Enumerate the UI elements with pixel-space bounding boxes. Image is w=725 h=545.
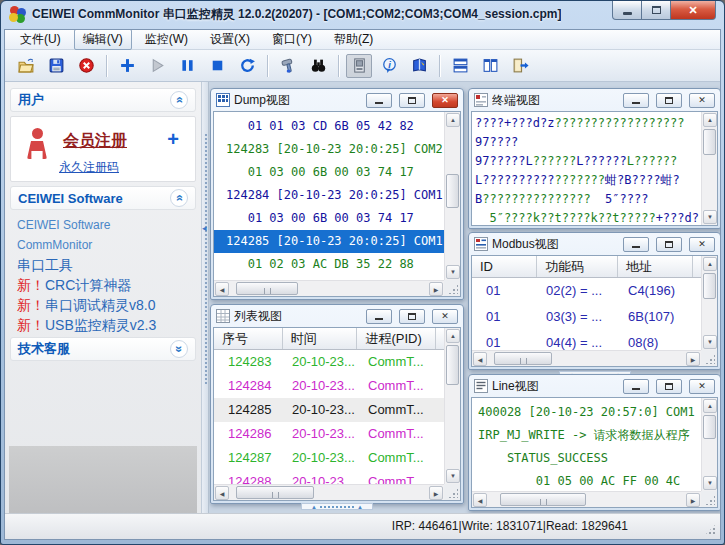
minimize-button[interactable] bbox=[623, 379, 649, 394]
scroll-left-icon[interactable]: ◀ bbox=[473, 493, 487, 507]
close-button[interactable]: ✕ bbox=[670, 1, 716, 20]
tile-horizontal-button[interactable] bbox=[447, 54, 473, 78]
list-bottom-splitter[interactable]: ▲▲ bbox=[301, 503, 373, 510]
maximize-button[interactable] bbox=[656, 379, 682, 394]
modbus-row[interactable]: 01 02(2) = ... C4(196) bbox=[472, 278, 701, 304]
device-monitor-button[interactable] bbox=[346, 54, 372, 78]
close-button[interactable]: ✕ bbox=[432, 309, 458, 324]
link-crc-calculator[interactable]: 新！CRC计算神器 bbox=[17, 275, 189, 295]
vertical-scrollbar[interactable]: ▲ ▼ bbox=[701, 398, 717, 491]
expand-down-icon[interactable]: » bbox=[170, 340, 188, 358]
resize-grip[interactable] bbox=[444, 280, 460, 296]
scroll-up-icon[interactable]: ▲ bbox=[703, 113, 717, 127]
maximize-button[interactable] bbox=[656, 237, 682, 252]
scrollbar-thumb[interactable] bbox=[703, 129, 716, 155]
maximize-button[interactable] bbox=[399, 309, 425, 324]
column-header-address[interactable]: 地址 bbox=[618, 256, 693, 277]
column-header-process[interactable]: 进程(PID) bbox=[357, 328, 436, 349]
minimize-button[interactable] bbox=[366, 93, 392, 108]
link-usb-monitor[interactable]: 新！USB监控精灵v2.3 bbox=[17, 315, 189, 335]
vertical-scrollbar[interactable]: ▲ ▼ bbox=[701, 256, 717, 350]
resize-grip[interactable] bbox=[701, 350, 717, 366]
scroll-up-icon[interactable]: ▲ bbox=[446, 329, 460, 343]
scrollbar-thumb[interactable] bbox=[703, 415, 716, 439]
scroll-up-icon[interactable]: ▲ bbox=[703, 399, 717, 413]
modbus-view-titlebar[interactable]: Modbus视图 ✕ bbox=[469, 233, 720, 255]
vertical-scrollbar[interactable]: ▲ ▼ bbox=[444, 328, 460, 484]
help-button[interactable] bbox=[406, 54, 432, 78]
menu-edit[interactable]: 编辑(V) bbox=[74, 29, 132, 50]
open-file-button[interactable] bbox=[13, 54, 39, 78]
horizontal-scrollbar[interactable]: ◀ ▶ bbox=[214, 280, 444, 296]
close-button[interactable]: ✕ bbox=[689, 93, 715, 108]
dump-view-titlebar[interactable]: Dump视图 ✕ bbox=[211, 89, 463, 111]
tools-button[interactable] bbox=[275, 54, 301, 78]
maximize-button[interactable] bbox=[642, 1, 670, 20]
collapse-up-icon[interactable]: » bbox=[170, 189, 188, 207]
line-view-titlebar[interactable]: Line视图 ✕ bbox=[469, 375, 720, 397]
scroll-right-icon[interactable]: ▶ bbox=[686, 493, 700, 507]
modbus-row[interactable]: 01 04(4) = ... 08(8) bbox=[472, 330, 701, 350]
terminal-view-titlebar[interactable]: 终端视图 ✕ bbox=[469, 89, 720, 111]
plus-icon[interactable]: + bbox=[167, 129, 179, 149]
scrollbar-thumb[interactable] bbox=[703, 273, 716, 299]
scroll-up-icon[interactable]: ▲ bbox=[703, 257, 717, 271]
scroll-right-icon[interactable]: ▶ bbox=[429, 282, 443, 296]
menu-file[interactable]: 文件(U) bbox=[11, 29, 70, 50]
scroll-down-icon[interactable]: ▼ bbox=[703, 335, 717, 349]
scrollbar-thumb[interactable] bbox=[446, 345, 459, 385]
menu-monitor[interactable]: 监控(W) bbox=[136, 29, 197, 50]
list-view-titlebar[interactable]: 列表视图 ✕ bbox=[211, 305, 463, 327]
list-row[interactable]: 124284 20-10-23... CommT... bbox=[214, 374, 444, 398]
scrollbar-thumb[interactable] bbox=[446, 174, 459, 208]
maximize-button[interactable] bbox=[656, 93, 682, 108]
close-button[interactable]: ✕ bbox=[689, 379, 715, 394]
minimize-button[interactable] bbox=[623, 237, 649, 252]
about-button[interactable]: i bbox=[376, 54, 402, 78]
stop-button[interactable] bbox=[204, 54, 230, 78]
list-row[interactable]: 124286 20-10-23... CommT... bbox=[214, 422, 444, 446]
minimize-button[interactable] bbox=[612, 1, 642, 20]
horizontal-scrollbar[interactable]: ◀ ▶ bbox=[472, 491, 701, 507]
sidebar-section-software[interactable]: CEIWEI Software » bbox=[10, 186, 196, 210]
scroll-left-icon[interactable]: ◀ bbox=[215, 486, 229, 500]
collapse-up-icon[interactable]: » bbox=[170, 91, 188, 109]
exit-button[interactable] bbox=[507, 54, 533, 78]
scrollbar-thumb[interactable] bbox=[236, 486, 314, 499]
permanent-code-link[interactable]: 永久注册码 bbox=[59, 159, 119, 176]
menu-settings[interactable]: 设置(X) bbox=[201, 29, 259, 50]
link-serial-tools[interactable]: 串口工具 bbox=[17, 255, 189, 275]
member-register-link[interactable]: 会员注册 bbox=[63, 131, 127, 152]
start-button[interactable] bbox=[144, 54, 170, 78]
horizontal-scrollbar[interactable]: ◀ ▶ bbox=[214, 484, 444, 500]
menu-help[interactable]: 帮助(Z) bbox=[325, 29, 382, 50]
close-button[interactable]: ✕ bbox=[432, 93, 458, 108]
scroll-left-icon[interactable]: ◀ bbox=[473, 352, 487, 366]
tile-vertical-button[interactable] bbox=[477, 54, 503, 78]
maximize-button[interactable] bbox=[399, 93, 425, 108]
scroll-up-icon[interactable]: ▲ bbox=[446, 113, 460, 127]
resize-grip[interactable] bbox=[444, 484, 460, 500]
vertical-scrollbar[interactable]: ▲ ▼ bbox=[444, 112, 460, 280]
column-header-function[interactable]: 功能码 bbox=[537, 256, 618, 277]
scroll-left-icon[interactable]: ◀ bbox=[215, 282, 229, 296]
scroll-down-icon[interactable]: ▼ bbox=[703, 210, 717, 224]
link-ceiwei-software[interactable]: CEIWEI Software bbox=[17, 215, 189, 235]
list-row[interactable]: 124287 20-10-23... CommT... bbox=[214, 446, 444, 470]
modbus-row[interactable]: 01 03(3) = ... 6B(107) bbox=[472, 304, 701, 330]
minimize-button[interactable] bbox=[623, 93, 649, 108]
refresh-button[interactable] bbox=[234, 54, 260, 78]
minimize-button[interactable] bbox=[366, 309, 392, 324]
link-serial-debugger[interactable]: 新！串口调试精灵v8.0 bbox=[17, 295, 189, 315]
scroll-right-icon[interactable]: ▶ bbox=[429, 486, 443, 500]
column-header-id[interactable]: ID bbox=[472, 256, 537, 277]
title-bar[interactable]: CEIWEI CommMonitor 串口监控精灵 12.0.2(20207) … bbox=[1, 1, 724, 28]
scroll-down-icon[interactable]: ▼ bbox=[446, 265, 460, 279]
column-header-time[interactable]: 时间 bbox=[283, 328, 358, 349]
close-button[interactable]: ✕ bbox=[689, 237, 715, 252]
horizontal-scrollbar[interactable]: ◀ ▶ bbox=[472, 350, 701, 366]
column-header-seq[interactable]: 序号 bbox=[214, 328, 283, 349]
close-session-button[interactable] bbox=[73, 54, 99, 78]
sidebar-section-user[interactable]: 用户 » bbox=[10, 88, 196, 112]
pause-button[interactable] bbox=[174, 54, 200, 78]
